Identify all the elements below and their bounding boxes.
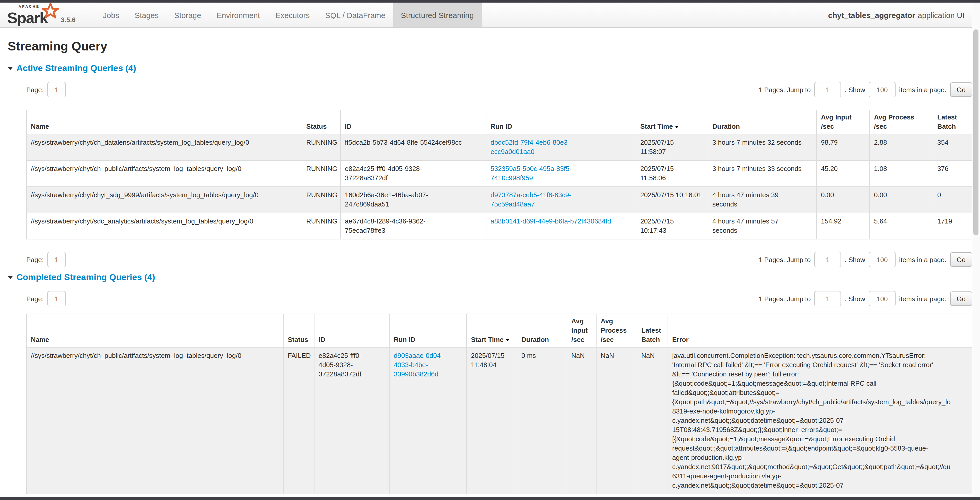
completed-section-toggle[interactable]: Completed Streaming Queries (4) — [8, 272, 972, 283]
completed-queries-table: Name Status ID Run ID Start Time Duratio… — [26, 314, 973, 494]
tab-jobs[interactable]: Jobs — [95, 3, 127, 27]
query-status: FAILED — [283, 347, 314, 494]
query-id: e82a4c25-fff0- 4d05-9328- 37228a8372df — [314, 347, 390, 494]
col-avg-input: Avg Input /sec — [567, 314, 596, 347]
col-run-id: Run ID — [486, 110, 636, 134]
jump-to-input[interactable] — [814, 82, 841, 97]
jump-to-input[interactable] — [814, 291, 841, 306]
page-selector: Page: — [26, 82, 66, 97]
query-start-time: 2025/07/15 11:48:04 — [466, 347, 517, 494]
tab-stages[interactable]: Stages — [127, 3, 166, 27]
run-id-link[interactable]: a88b0141-d69f-44e9-b6fa-b72f430684fd — [490, 217, 611, 225]
page-label: Page: — [26, 86, 44, 94]
nav-tabs: Jobs Stages Storage Environment Executor… — [95, 3, 482, 27]
page-number-input[interactable] — [47, 82, 66, 97]
go-button[interactable]: Go — [950, 291, 972, 306]
pagination-controls: 1 Pages. Jump to . Show items in a page.… — [759, 252, 972, 267]
pages-summary: 1 Pages. Jump to — [759, 295, 811, 303]
query-start-time: 2025/07/15 10:18:01 — [636, 187, 708, 213]
col-avg-process: Avg Process /sec — [870, 110, 933, 134]
query-name: //sys/strawberry/chyt/ch_public/artifact… — [27, 347, 283, 494]
query-start-time: 2025/07/15 11:58:07 — [636, 134, 708, 161]
query-avg-input: 0.00 — [816, 187, 870, 213]
col-start-time[interactable]: Start Time — [636, 110, 708, 134]
pagination-controls: 1 Pages. Jump to . Show items in a page.… — [759, 291, 972, 306]
query-avg-input: 98.79 — [816, 134, 870, 161]
query-error-message: java.util.concurrent.CompletionException… — [668, 347, 972, 494]
active-section-toggle[interactable]: Active Streaming Queries (4) — [8, 63, 972, 74]
tab-storage[interactable]: Storage — [167, 3, 209, 27]
query-latest-batch: 0 — [933, 187, 972, 213]
active-table-header-row: Name Status ID Run ID Start Time Duratio… — [27, 110, 972, 134]
run-id-link[interactable]: 532359a5-5b0c-495a-83f5- 7410c998f959 — [490, 165, 571, 182]
go-button[interactable]: Go — [950, 252, 972, 267]
query-avg-process: 2.88 — [870, 134, 933, 161]
jump-to-input[interactable] — [814, 252, 841, 267]
browser-top-edge — [0, 0, 980, 3]
tab-executors[interactable]: Executors — [268, 3, 317, 27]
query-start-time: 2025/07/15 11:58:06 — [636, 161, 708, 187]
navbar: APACHE Spark 3.5.6 Jobs Stages Storage E… — [0, 3, 980, 28]
page-title: Streaming Query — [8, 38, 972, 54]
tab-sql-dataframe[interactable]: SQL / DataFrame — [318, 3, 393, 27]
query-id: e82a4c25-fff0-4d05-9328- 37228a8372df — [340, 161, 486, 187]
query-id: ff5dca2b-5b73-4d64-8ffe-55424cef98cc — [340, 134, 486, 161]
show-label: . Show — [845, 295, 865, 303]
active-section-body: Page: 1 Pages. Jump to . Show items in a… — [26, 82, 972, 267]
page-size-input[interactable] — [869, 252, 896, 267]
query-latest-batch: NaN — [637, 347, 668, 494]
scrollbar-track[interactable] — [972, 3, 980, 500]
col-latest-batch: Latest Batch — [933, 110, 972, 134]
tab-environment[interactable]: Environment — [209, 3, 268, 27]
spark-version: 3.5.6 — [61, 16, 76, 25]
col-duration: Duration — [517, 314, 567, 347]
show-label: . Show — [845, 86, 865, 94]
query-status: RUNNING — [302, 187, 340, 213]
active-pagination-top: Page: 1 Pages. Jump to . Show items in a… — [26, 82, 972, 97]
spark-star-icon — [41, 2, 60, 23]
query-duration: 3 hours 7 minutes 33 seconds — [708, 161, 816, 187]
page-selector: Page: — [26, 291, 66, 306]
show-label: . Show — [845, 256, 865, 263]
col-id: ID — [340, 110, 486, 134]
page-content: Streaming Query Active Streaming Queries… — [0, 27, 972, 494]
sort-desc-icon — [675, 126, 679, 128]
page-number-input[interactable] — [47, 252, 66, 267]
table-row: //sys/strawberry/chyt/sdc_analytics/arti… — [27, 213, 972, 239]
page-label: Page: — [26, 256, 44, 263]
col-status: Status — [283, 314, 314, 347]
browser-bottom-edge — [0, 497, 980, 500]
collapse-arrow-icon — [8, 67, 13, 70]
query-latest-batch: 1719 — [933, 213, 972, 239]
go-button[interactable]: Go — [950, 83, 972, 97]
run-id-link[interactable]: d903aaae-0d04- 4033-b4be- 33990b382d6d — [394, 352, 443, 378]
pages-summary: 1 Pages. Jump to — [759, 86, 811, 94]
col-status: Status — [302, 110, 340, 134]
page-number-input[interactable] — [47, 291, 66, 306]
col-duration: Duration — [708, 110, 816, 134]
col-run-id: Run ID — [390, 314, 466, 347]
page-size-input[interactable] — [869, 291, 896, 306]
collapse-arrow-icon — [8, 276, 13, 279]
run-id-link[interactable]: d973787a-ceb5-41f8-83c9- 75c59ad48aa7 — [490, 191, 571, 208]
completed-pagination-top: Page: 1 Pages. Jump to . Show items in a… — [26, 291, 972, 306]
spark-logo: APACHE Spark — [7, 4, 57, 25]
col-start-time[interactable]: Start Time — [466, 314, 517, 347]
tab-structured-streaming[interactable]: Structured Streaming — [393, 3, 482, 27]
query-avg-input: NaN — [567, 347, 596, 494]
run-id-link[interactable]: dbdc52fd-79f4-4eb6-80e3- ecc9a0d01aa0 — [490, 139, 570, 156]
items-label: items in a page. — [899, 295, 947, 303]
completed-section-body: Page: 1 Pages. Jump to . Show items in a… — [26, 291, 972, 494]
query-duration: 0 ms — [517, 347, 567, 494]
items-label: items in a page. — [899, 256, 947, 263]
page-label: Page: — [26, 295, 44, 303]
query-name: //sys/strawberry/chyt/sdc_analytics/arti… — [27, 213, 302, 239]
spark-brand: APACHE Spark 3.5.6 — [0, 3, 81, 27]
scrollbar-thumb[interactable] — [973, 29, 978, 235]
col-id: ID — [314, 314, 390, 347]
page-size-input[interactable] — [869, 82, 896, 97]
completed-table-header-row: Name Status ID Run ID Start Time Duratio… — [27, 314, 972, 347]
application-name: chyt_tables_aggregator — [828, 11, 915, 19]
query-duration: 4 hours 47 minutes 57 seconds — [708, 213, 816, 239]
sort-desc-icon — [506, 339, 510, 341]
